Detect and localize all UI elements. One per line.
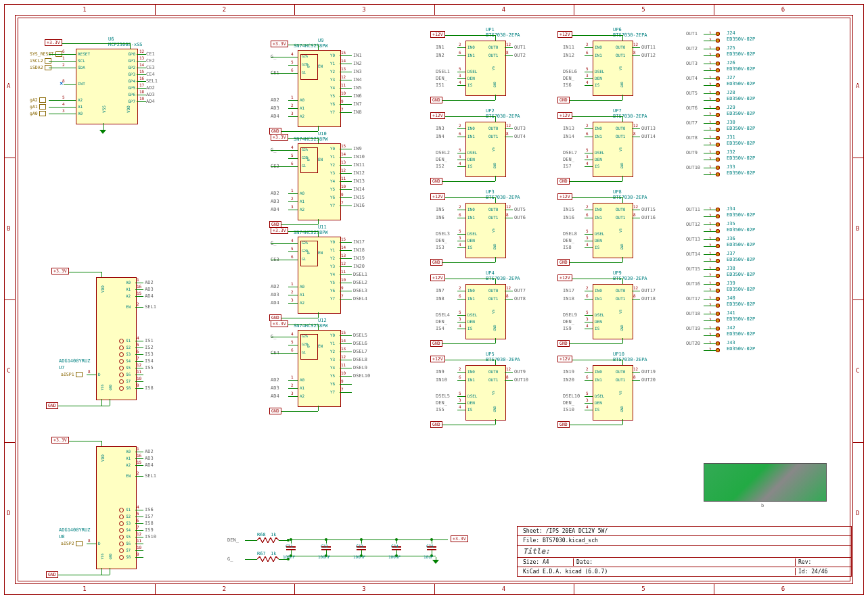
junction — [290, 538, 292, 541]
mux-pinno: 5 — [137, 511, 139, 516]
driver-pinno: 4 — [459, 80, 461, 85]
net-label: IS9 — [563, 326, 572, 331]
wire — [457, 380, 465, 381]
cap-val: 10uF — [424, 554, 433, 559]
decoder-pinno: 10 — [341, 370, 346, 375]
driver-pinno: 8 — [506, 50, 509, 55]
wire — [340, 242, 352, 243]
hier-pin — [39, 104, 46, 110]
net-label: DEN_ — [227, 537, 239, 543]
wire — [585, 160, 593, 160]
mux-switch-icon — [119, 548, 124, 553]
decoder-pinno: 14 — [341, 338, 346, 343]
driver-pinlbl: IN0 — [595, 369, 602, 374]
wire — [340, 392, 352, 393]
wire — [622, 257, 623, 262]
u6-pinlbl: GP7 — [123, 99, 135, 103]
net-label: IN20 — [353, 264, 365, 269]
decoder-pinno: 7 — [341, 107, 344, 112]
driver-pinlbl: DSEL — [467, 312, 477, 317]
wire — [704, 350, 716, 351]
tb-title-lbl: Title: — [520, 546, 553, 556]
net-label: OUT11 — [686, 207, 700, 212]
wire — [495, 279, 496, 284]
hier-pin — [76, 541, 83, 546]
net-label: OUT14 — [641, 134, 656, 139]
decoder-pinno: 7 — [341, 293, 344, 298]
driver-pinlbl: DSEL — [467, 69, 477, 74]
wire — [340, 189, 352, 190]
ruler-col: 6 — [781, 6, 785, 13]
wire — [318, 219, 319, 224]
cap-ref: C73 — [356, 544, 363, 548]
net-label: IN2 — [353, 61, 362, 66]
wire — [288, 210, 298, 210]
connector-pad — [716, 267, 720, 271]
mux-vdd-lbl: VDD — [100, 454, 105, 462]
wire — [585, 410, 593, 410]
tb-sheet: Sheet: /IPS 20EA DC12V 5W/ — [520, 527, 610, 535]
wire — [137, 68, 146, 68]
mux-gnd-lbl: GND — [108, 384, 112, 390]
u6-pinno: 18 — [139, 89, 144, 94]
mux-pinlbl: A2 — [126, 293, 131, 298]
wire — [622, 176, 623, 181]
driver-pinlbl: IN1 — [595, 296, 602, 301]
connector-pad — [716, 229, 720, 233]
net-label: OUT3 — [514, 126, 526, 131]
wire — [288, 57, 298, 57]
u6-vdd-lbl: VDD — [126, 105, 131, 113]
net-label: DSEL8 — [563, 231, 577, 237]
ruler-row: C — [856, 367, 859, 374]
wire — [585, 153, 593, 153]
decoder-pinno: 14 — [341, 58, 346, 63]
wire — [622, 116, 623, 122]
driver-pinlbl: OUT1 — [616, 215, 625, 220]
net-label: OUT15 — [641, 207, 656, 212]
driver-pinlbl: DSEL — [595, 69, 604, 74]
wire — [704, 138, 716, 139]
driver-pinlbl: IN1 — [467, 53, 475, 57]
wire — [135, 388, 143, 389]
wire — [704, 41, 716, 41]
net-label: IN15 — [563, 207, 574, 212]
net-label: CE4 — [146, 72, 155, 77]
wire — [87, 375, 96, 375]
net-label: IS8 — [145, 385, 154, 391]
mux-pinno: 15 — [137, 460, 141, 464]
wire — [64, 84, 76, 85]
net-label: DEN_ — [563, 319, 574, 325]
wire — [64, 61, 76, 62]
decoder-y-lbl: Y4 — [330, 365, 335, 370]
ruler-col: 4 — [502, 6, 505, 13]
wire — [137, 95, 146, 95]
driver-pinno: 8 — [506, 293, 509, 298]
net-label: AD4 — [271, 300, 279, 306]
wire — [438, 197, 495, 198]
u6-vss-lbl: VSS — [101, 105, 106, 113]
wire — [704, 314, 716, 314]
wire — [288, 353, 298, 354]
driver-pinno: 12 — [633, 204, 638, 209]
net-label: IN8 — [353, 110, 362, 115]
decoder-y-lbl: Y1 — [330, 341, 335, 345]
decoder-pinno: 4 — [291, 51, 294, 56]
mux-pinno: 9 — [137, 552, 139, 556]
pwr-3v3: +3.3V — [51, 437, 69, 444]
decoder-y-lbl: Y5 — [330, 187, 335, 191]
connector-pad — [716, 237, 720, 241]
net-label: IN8 — [436, 296, 444, 302]
wire — [438, 343, 495, 344]
mux-switch-icon — [119, 359, 124, 364]
wire — [457, 55, 465, 56]
mux-pinlbl: S7 — [126, 379, 131, 383]
wire — [632, 210, 640, 210]
decoder-pinno: 13 — [341, 66, 346, 71]
net-label: OUT2 — [514, 53, 526, 58]
decoder-pinno: 15 — [341, 50, 346, 55]
decoder-y-lbl: Y2 — [330, 256, 335, 260]
driver-pinno: 8 — [506, 375, 509, 379]
net-label: DEN_ — [563, 238, 574, 243]
decoder-y-lbl: Y5 — [330, 373, 335, 378]
mux-pinno: 16 — [137, 284, 141, 289]
